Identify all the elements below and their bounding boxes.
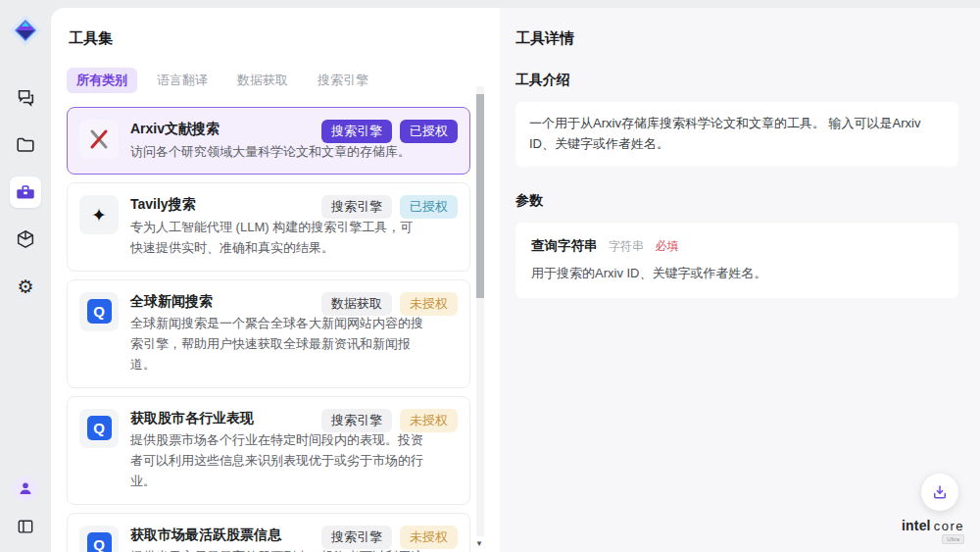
tool-description: 专为人工智能代理 (LLM) 构建的搜索引擎工具，可快速提供实时、准确和真实的结… (130, 218, 424, 259)
auth-status-badge: 未授权 (400, 409, 458, 432)
tool-list: Arxiv文献搜索 访问各个研究领域大量科学论文和文章的存储库。 搜索引擎 已授… (67, 107, 470, 552)
juhe-q-icon: Q (79, 292, 119, 331)
detail-title: 工具详情 (515, 29, 958, 48)
auth-status-badge: 未授权 (400, 526, 458, 549)
collapse-panel-icon[interactable] (10, 511, 41, 542)
intel-core-logo: intel core Ultra (902, 519, 964, 544)
param-required-badge: 必填 (655, 239, 678, 253)
tool-card-arxiv[interactable]: Arxiv文献搜索 访问各个研究领域大量科学论文和文章的存储库。 搜索引擎 已授… (67, 107, 470, 175)
gear-icon[interactable]: ⚙ (10, 271, 41, 302)
category-badge: 搜索引擎 (321, 526, 392, 549)
list-scrollbar[interactable]: ▼ (476, 86, 484, 536)
auth-status-badge: 已授权 (400, 120, 458, 143)
chat-icon[interactable] (10, 82, 41, 114)
intro-heading: 工具介绍 (515, 72, 958, 89)
params-heading: 参数 (515, 192, 958, 210)
download-button[interactable] (921, 474, 958, 511)
intro-card: 一个用于从Arxiv存储库搜索科学论文和文章的工具。 输入可以是Arxiv ID… (515, 102, 958, 167)
category-badge: 搜索引擎 (321, 409, 392, 432)
juhe-q-icon: Q (79, 526, 119, 552)
tool-card-active-stocks[interactable]: Q 获取市场最活跃股票信息 提供当天交易量最高的股票列表，投资者可以利用这些信息… (67, 513, 470, 552)
app-window: ⚙ 工具集 所有类别 语言翻译 (0, 0, 980, 552)
tavily-star-icon: ✦ (79, 195, 119, 234)
folder-icon[interactable] (10, 129, 41, 161)
cube-icon[interactable] (10, 224, 41, 255)
tool-description: 访问各个研究领域大量科学论文和文章的存储库。 (130, 142, 424, 163)
intel-brand-text: intel (902, 519, 931, 532)
tool-description: 提供股票市场各个行业在特定时间段内的表现。投资者可以利用这些信息来识别表现优于或… (130, 430, 424, 491)
app-logo-gem-icon (7, 12, 44, 49)
tab-search-engine[interactable]: 搜索引擎 (308, 68, 378, 93)
tab-all-categories[interactable]: 所有类别 (67, 68, 137, 93)
arxiv-logo-icon (79, 120, 119, 159)
tool-detail-panel: 工具详情 工具介绍 一个用于从Arxiv存储库搜索科学论文和文章的工具。 输入可… (500, 8, 980, 552)
auth-status-badge: 未授权 (400, 292, 458, 316)
gear-glyph: ⚙ (17, 277, 33, 296)
download-icon (931, 483, 949, 501)
category-badge: 搜索引擎 (321, 195, 392, 219)
tool-card-stock-sectors[interactable]: Q 获取股市各行业表现 提供股票市场各个行业在特定时间段内的表现。投资者可以利用… (67, 396, 470, 505)
category-badge: 搜索引擎 (321, 120, 392, 143)
scrollbar-thumb[interactable] (476, 94, 484, 298)
user-avatar-icon[interactable] (13, 476, 38, 501)
juhe-q-icon: Q (79, 409, 119, 448)
param-name: 查询字符串 (531, 238, 598, 253)
tool-description: 全球新闻搜索是一个聚合全球各大新闻网站内容的搜索引擎，帮助用户快速获取全球最新资… (130, 314, 424, 375)
tab-language-translation[interactable]: 语言翻译 (147, 68, 218, 93)
toolbox-icon[interactable] (10, 176, 41, 208)
param-type: 字符串 (609, 239, 644, 253)
tool-card-tavily[interactable]: ✦ Tavily搜索 专为人工智能代理 (LLM) 构建的搜索引擎工具，可快速提… (67, 182, 470, 271)
param-description: 用于搜索的Arxiv ID、关键字或作者姓名。 (531, 265, 943, 282)
category-badge: 数据获取 (321, 292, 392, 316)
rail-bottom (10, 476, 41, 542)
scrollbar-down-arrow-icon[interactable]: ▼ (475, 539, 483, 548)
tool-card-global-news[interactable]: Q 全球新闻搜索 全球新闻搜索是一个聚合全球各大新闻网站内容的搜索引擎，帮助用户… (67, 279, 470, 388)
category-tabs: 所有类别 语言翻译 数据获取 搜索引擎 (67, 68, 500, 93)
icon-rail: ⚙ (0, 0, 51, 552)
auth-status-badge: 已授权 (400, 195, 458, 219)
tab-data-acquisition[interactable]: 数据获取 (227, 68, 298, 93)
page-title: 工具集 (69, 29, 500, 48)
ultra-variant-badge: Ultra (942, 534, 964, 544)
core-brand-text: core (934, 520, 964, 532)
main-panel: 工具集 所有类别 语言翻译 数据获取 搜索引擎 A (51, 8, 980, 552)
param-card: 查询字符串 字符串 必填 用于搜索的Arxiv ID、关键字或作者姓名。 (515, 223, 958, 298)
rail-nav: ⚙ (10, 82, 41, 302)
toolset-column: 工具集 所有类别 语言翻译 数据获取 搜索引擎 A (51, 8, 500, 552)
